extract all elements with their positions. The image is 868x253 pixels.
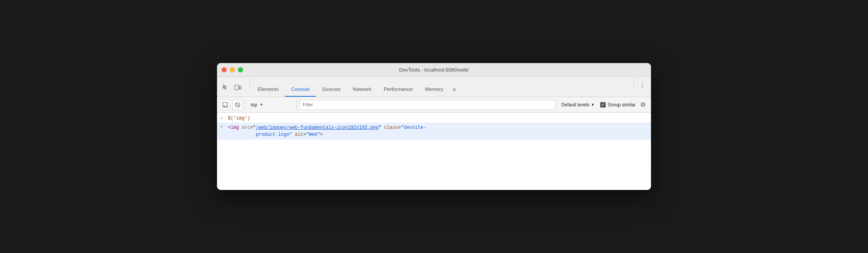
tab-more-button[interactable]: » (450, 77, 459, 97)
console-toolbar: top ▼ Default levels ▼ ✓ Group similar ⚙ (217, 97, 651, 113)
group-similar-checkbox[interactable]: ✓ (600, 102, 606, 108)
tab-divider-left (250, 79, 250, 91)
html-attr-class-value: "devsite- (401, 125, 426, 130)
html-open-tag: <img (228, 125, 239, 130)
maximize-button[interactable] (238, 67, 243, 72)
html-attr-src-value[interactable]: /web/images/web-fundamentals-icon192x192… (256, 125, 379, 130)
html-attr-src-name: src (242, 125, 250, 130)
html-attr-class-name: class (384, 125, 398, 130)
console-output-row: < <img src="/web/images/web-fundamentals… (217, 123, 651, 140)
output-arrow: < (220, 124, 228, 129)
traffic-lights (222, 67, 243, 72)
html-attr-alt-value: "Web" (306, 132, 320, 137)
group-similar-checkbox-label[interactable]: ✓ Group similar (600, 102, 636, 108)
console-settings-button[interactable]: ⚙ (638, 100, 648, 110)
devtools-menu-button[interactable]: ⋮ (637, 80, 648, 91)
title-bar: DevTools - localhost:8080/web/ (217, 63, 651, 77)
html-attr-alt-name: alt (295, 132, 303, 137)
device-toggle-button[interactable] (232, 82, 243, 93)
tab-bar-right: ⋮ (632, 77, 648, 97)
tab-bar: Elements Console Sources Network Perform… (217, 77, 651, 97)
tab-performance[interactable]: Performance (377, 77, 418, 97)
show-drawer-button[interactable] (220, 100, 230, 110)
toolbar-icons (220, 82, 248, 97)
filter-input[interactable] (299, 100, 556, 110)
html-attr-class-value-cont: product-logo" (256, 132, 292, 137)
toolbar-sep-2 (296, 100, 297, 110)
inspect-element-button[interactable] (220, 82, 231, 93)
console-output-html: <img src="/web/images/web-fundamentals-i… (228, 124, 426, 138)
tab-divider-right (634, 77, 634, 89)
svg-line-6 (236, 103, 239, 106)
toolbar-sep-1 (245, 100, 245, 110)
levels-arrow-icon: ▼ (591, 103, 595, 107)
tab-memory[interactable]: Memory (419, 77, 450, 97)
input-prompt: > (220, 116, 228, 121)
console-content: > $('img') < <img src="/web/images/web-f… (217, 113, 651, 190)
svg-rect-0 (235, 85, 239, 90)
context-arrow-icon: ▼ (260, 103, 264, 107)
tab-network[interactable]: Network (347, 77, 378, 97)
clear-console-button[interactable] (232, 100, 243, 110)
tab-console[interactable]: Console (285, 77, 316, 97)
close-button[interactable] (222, 67, 227, 72)
console-input-expression: $('img') (228, 116, 250, 121)
window-title: DevTools - localhost:8080/web/ (399, 67, 469, 73)
devtools-window: DevTools - localhost:8080/web/ Elements … (217, 63, 651, 190)
html-close-tag: > (320, 132, 323, 137)
svg-rect-1 (239, 86, 241, 89)
tab-sources[interactable]: Sources (316, 77, 347, 97)
levels-dropdown[interactable]: Default levels ▼ (558, 101, 598, 109)
minimize-button[interactable] (230, 67, 235, 72)
context-selector[interactable]: top ▼ (248, 101, 294, 109)
tab-elements[interactable]: Elements (251, 77, 285, 97)
console-input-row: > $('img') (217, 114, 651, 123)
